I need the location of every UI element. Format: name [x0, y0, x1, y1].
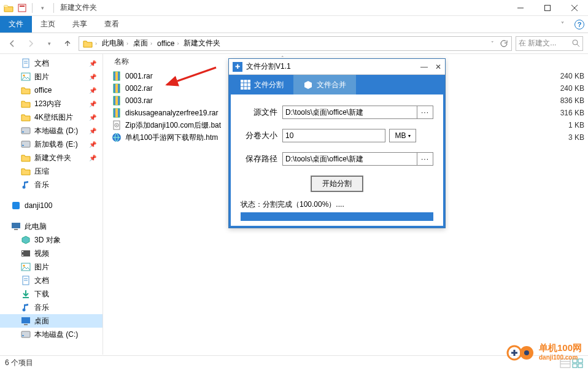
close-button[interactable]: [561, 0, 588, 16]
recent-dropdown[interactable]: ▾: [42, 36, 56, 51]
dropdown-icon[interactable]: ˅: [491, 40, 494, 47]
sidebar-item[interactable]: 压缩: [0, 164, 103, 178]
svg-point-25: [23, 265, 25, 267]
size-input[interactable]: [282, 129, 385, 142]
svg-point-30: [23, 309, 26, 312]
svg-rect-3: [545, 5, 551, 10]
sidebar-item[interactable]: 音乐: [0, 178, 103, 191]
sidebar-item[interactable]: 本地磁盘 (C:): [0, 328, 103, 341]
refresh-icon[interactable]: [499, 39, 508, 48]
danji-icon: [11, 201, 21, 210]
unit-select[interactable]: MB▾: [389, 129, 416, 142]
svg-rect-38: [115, 84, 118, 93]
sidebar-item[interactable]: 新建文件夹📌: [0, 151, 103, 164]
disk-icon: [21, 139, 31, 149]
sidebar-item-danji[interactable]: danji100: [0, 199, 103, 212]
file-item[interactable]: 0003.rar: [112, 94, 221, 107]
document-icon: [21, 58, 31, 68]
sidebar-item[interactable]: 下载: [0, 287, 103, 301]
start-split-button[interactable]: 开始分割: [311, 175, 363, 192]
svg-rect-33: [21, 331, 30, 337]
file-item[interactable]: 0002.rar: [112, 82, 221, 94]
dialog-close-button[interactable]: ✕: [435, 63, 441, 71]
file-item[interactable]: Zip添加danji100.com后缀.bat: [112, 119, 221, 131]
sidebar-item[interactable]: 图片: [0, 260, 103, 274]
svg-rect-20: [14, 229, 18, 230]
sidebar-item[interactable]: 文档: [0, 274, 103, 287]
browse-save-button[interactable]: ···: [417, 152, 433, 166]
htm-icon: [112, 133, 122, 142]
tab-file[interactable]: 文件: [0, 16, 32, 33]
dialog-titlebar[interactable]: ✚ 文件分割V1.1 — ✕: [229, 59, 445, 75]
file-size: 316 KB: [554, 107, 584, 119]
svg-rect-31: [21, 317, 30, 323]
breadcrumb-seg[interactable]: office›: [155, 37, 181, 50]
minimize-button[interactable]: [507, 0, 534, 16]
file-item[interactable]: diskusageanalyzerfree19.rar: [112, 107, 221, 119]
watermark: 单机100网 danji100.com: [506, 342, 582, 361]
sidebar-item[interactable]: 图片📌: [0, 70, 103, 83]
browse-source-button[interactable]: ···: [417, 106, 433, 119]
search-icon: [572, 39, 580, 47]
tab-merge[interactable]: 文件合并: [293, 75, 356, 94]
sidebar-item[interactable]: 音乐: [0, 301, 103, 314]
sidebar-item[interactable]: 文档📌: [0, 56, 103, 70]
svg-point-64: [524, 350, 529, 355]
search-input[interactable]: 在 新建文...: [516, 36, 583, 51]
dialog-minimize-button[interactable]: —: [420, 63, 428, 71]
tab-share[interactable]: 共享: [64, 16, 96, 33]
svg-rect-0: [18, 4, 26, 12]
help-icon[interactable]: ?: [571, 16, 588, 33]
maximize-button[interactable]: [534, 0, 561, 16]
bat-icon: [112, 120, 122, 130]
breadcrumb-seg[interactable]: 此电脑›: [99, 37, 131, 50]
svg-rect-40: [115, 96, 118, 105]
breadcrumb[interactable]: › 此电脑› 桌面› office› 新建文件夹 ˅: [79, 36, 512, 51]
file-item[interactable]: 0001.rar: [112, 70, 221, 82]
rar-icon: [112, 83, 122, 93]
tab-home[interactable]: 主页: [32, 16, 64, 33]
qat-dropdown-icon[interactable]: ▾: [36, 2, 48, 14]
forward-button[interactable]: [23, 36, 38, 51]
sidebar-item[interactable]: 123内容📌: [0, 97, 103, 110]
sidebar-item-pc[interactable]: 此电脑: [0, 220, 103, 233]
breadcrumb-seg[interactable]: 桌面›: [131, 37, 155, 50]
video-icon: [21, 249, 31, 258]
sidebar-item[interactable]: 视频: [0, 247, 103, 260]
pin-icon: 📌: [89, 60, 96, 67]
tab-split[interactable]: 文件分割: [231, 75, 293, 94]
up-button[interactable]: [60, 36, 75, 51]
file-size: 240 KB: [554, 82, 584, 94]
sidebar-item[interactable]: 本地磁盘 (D:)📌: [0, 124, 103, 137]
picture-icon: [21, 72, 31, 82]
breadcrumb-seg[interactable]: 新建文件夹: [181, 37, 223, 50]
svg-rect-53: [578, 364, 582, 368]
svg-rect-42: [115, 109, 118, 117]
label-source: 源文件: [241, 107, 277, 118]
sidebar-item[interactable]: 3D 对象: [0, 233, 103, 247]
svg-rect-14: [22, 131, 24, 133]
folder-icon: [21, 85, 31, 95]
sidebar-item[interactable]: 桌面: [0, 314, 103, 328]
pin-icon: 📌: [89, 114, 96, 121]
file-item[interactable]: 单机100手游网下载帮助.htm: [112, 131, 221, 144]
svg-point-17: [23, 186, 26, 189]
svg-rect-32: [24, 324, 28, 325]
sidebar-item[interactable]: 4K壁纸图片📌: [0, 110, 103, 124]
properties-icon[interactable]: [16, 2, 28, 14]
file-size: 836 KB: [554, 94, 584, 107]
file-size: 240 KB: [554, 70, 584, 82]
source-input[interactable]: [282, 106, 417, 119]
column-name[interactable]: 名称: [114, 56, 129, 67]
expand-ribbon-icon[interactable]: ˅: [554, 16, 571, 33]
save-input[interactable]: [282, 152, 417, 166]
back-button[interactable]: [5, 36, 20, 51]
tab-view[interactable]: 查看: [96, 16, 128, 33]
folder-icon: [21, 112, 31, 122]
sidebar-item[interactable]: office📌: [0, 83, 103, 97]
titlebar: ▾ 新建文件夹: [0, 0, 588, 16]
sidebar-item[interactable]: 新加载卷 (E:)📌: [0, 137, 103, 151]
rar-icon: [112, 96, 122, 106]
folder-icon: [2, 2, 15, 14]
svg-rect-18: [12, 202, 20, 209]
